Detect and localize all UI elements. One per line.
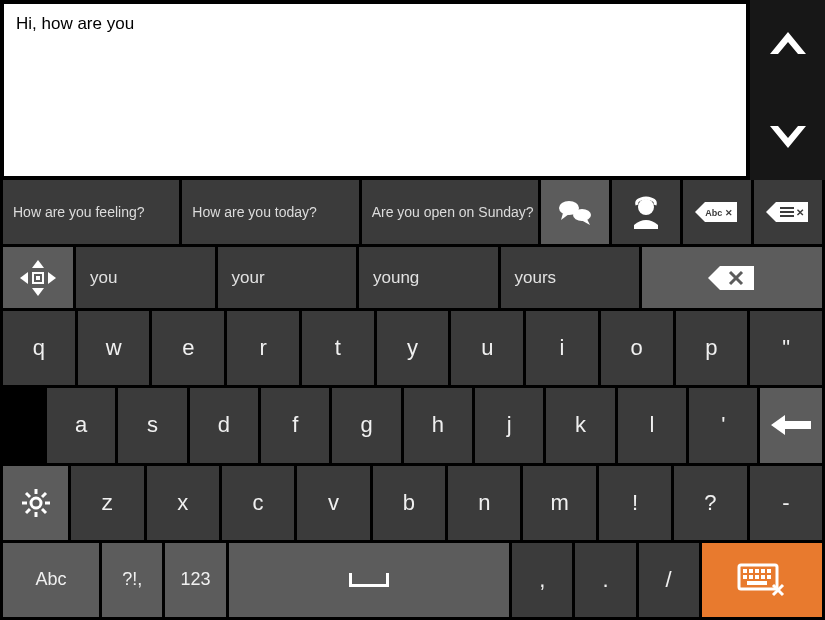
chat-icon	[557, 198, 593, 226]
key-r[interactable]: r	[227, 311, 299, 385]
svg-rect-43	[767, 575, 771, 579]
key-v[interactable]: v	[297, 466, 369, 540]
key-slash[interactable]: /	[639, 543, 699, 617]
clear-word-icon: Abc ✕	[695, 201, 739, 223]
row-spacer	[3, 388, 44, 462]
clear-line-button[interactable]: ✕	[754, 180, 822, 244]
gear-icon	[20, 487, 52, 519]
key-q[interactable]: q	[3, 311, 75, 385]
key-x[interactable]: x	[147, 466, 219, 540]
svg-rect-19	[36, 276, 40, 280]
svg-point-24	[31, 498, 41, 508]
svg-point-6	[638, 199, 654, 215]
close-keyboard-button[interactable]	[702, 543, 822, 617]
svg-marker-16	[20, 272, 28, 284]
word-prediction[interactable]: young	[359, 247, 498, 308]
space-icon	[349, 573, 389, 587]
chat-button[interactable]	[541, 180, 609, 244]
key-u[interactable]: u	[451, 311, 523, 385]
chevron-up-icon	[768, 30, 808, 60]
key-l[interactable]: l	[618, 388, 686, 462]
svg-marker-17	[48, 272, 56, 284]
svg-marker-15	[32, 288, 44, 296]
key-doublequote[interactable]: "	[750, 311, 822, 385]
key-t[interactable]: t	[302, 311, 374, 385]
svg-rect-36	[755, 569, 759, 573]
settings-key[interactable]	[3, 466, 68, 540]
chevron-down-icon	[768, 120, 808, 150]
numbers-key[interactable]: 123	[165, 543, 225, 617]
svg-line-29	[26, 493, 30, 497]
svg-marker-5	[581, 219, 590, 225]
key-hyphen[interactable]: -	[750, 466, 822, 540]
shift-abc-key[interactable]: Abc	[3, 543, 99, 617]
svg-rect-35	[749, 569, 753, 573]
svg-marker-3	[561, 213, 569, 220]
key-g[interactable]: g	[332, 388, 400, 462]
key-exclaim[interactable]: !	[599, 466, 671, 540]
enter-key[interactable]	[760, 388, 822, 462]
key-question[interactable]: ?	[674, 466, 746, 540]
clear-line-icon: ✕	[766, 201, 810, 223]
svg-rect-37	[761, 569, 765, 573]
key-comma[interactable]: ,	[512, 543, 572, 617]
word-prediction[interactable]: your	[218, 247, 357, 308]
key-i[interactable]: i	[526, 311, 598, 385]
key-y[interactable]: y	[377, 311, 449, 385]
close-keyboard-icon	[737, 563, 787, 597]
key-h[interactable]: h	[404, 388, 472, 462]
svg-text:Abc ✕: Abc ✕	[705, 208, 733, 218]
key-w[interactable]: w	[78, 311, 150, 385]
phrase-suggestion[interactable]: How are you today?	[182, 180, 358, 244]
svg-rect-34	[743, 569, 747, 573]
key-n[interactable]: n	[448, 466, 520, 540]
backspace-button[interactable]	[642, 247, 822, 308]
key-b[interactable]: b	[373, 466, 445, 540]
key-c[interactable]: c	[222, 466, 294, 540]
phrase-suggestion[interactable]: Are you open on Sunday?	[362, 180, 538, 244]
svg-marker-14	[32, 260, 44, 268]
move-icon	[18, 258, 58, 298]
key-f[interactable]: f	[261, 388, 329, 462]
space-key[interactable]	[229, 543, 510, 617]
key-o[interactable]: o	[601, 311, 673, 385]
symbols-key[interactable]: ?!,	[102, 543, 162, 617]
key-apostrophe[interactable]: '	[689, 388, 757, 462]
svg-marker-1	[770, 126, 806, 148]
move-cursor-button[interactable]	[3, 247, 73, 308]
svg-line-32	[26, 509, 30, 513]
key-z[interactable]: z	[71, 466, 143, 540]
svg-rect-42	[761, 575, 765, 579]
svg-marker-20	[708, 266, 754, 290]
key-d[interactable]: d	[190, 388, 258, 462]
scroll-up-button[interactable]	[750, 0, 825, 90]
key-e[interactable]: e	[152, 311, 224, 385]
key-period[interactable]: .	[575, 543, 635, 617]
backspace-icon	[708, 265, 756, 291]
phrase-suggestion[interactable]: How are you feeling?	[3, 180, 179, 244]
message-textarea[interactable]: Hi, how are you	[4, 4, 746, 176]
svg-rect-41	[755, 575, 759, 579]
svg-point-4	[573, 209, 591, 221]
svg-text:✕: ✕	[796, 207, 804, 218]
svg-line-30	[42, 509, 46, 513]
key-a[interactable]: a	[47, 388, 115, 462]
word-prediction[interactable]: yours	[501, 247, 640, 308]
svg-marker-23	[771, 415, 811, 435]
clear-word-button[interactable]: Abc ✕	[683, 180, 751, 244]
svg-rect-44	[747, 581, 767, 585]
key-k[interactable]: k	[546, 388, 614, 462]
svg-line-31	[42, 493, 46, 497]
key-p[interactable]: p	[676, 311, 748, 385]
svg-rect-39	[743, 575, 747, 579]
key-j[interactable]: j	[475, 388, 543, 462]
svg-marker-0	[770, 32, 806, 54]
agent-button[interactable]	[612, 180, 680, 244]
key-m[interactable]: m	[523, 466, 595, 540]
key-s[interactable]: s	[118, 388, 186, 462]
enter-icon	[771, 412, 811, 438]
scroll-down-button[interactable]	[750, 90, 825, 180]
agent-icon	[629, 195, 663, 229]
word-prediction[interactable]: you	[76, 247, 215, 308]
svg-rect-38	[767, 569, 771, 573]
